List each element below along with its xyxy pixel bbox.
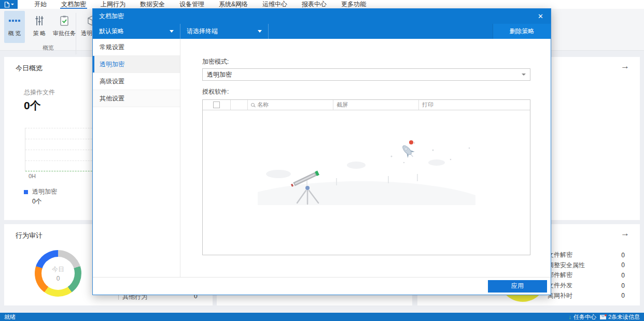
menu-item-data-security[interactable]: 数据安全 <box>133 0 172 9</box>
authorized-software-table: 名称 截屏 打印 <box>202 99 530 255</box>
task-center-label: 任务中心 <box>573 313 596 321</box>
arrow-right-icon[interactable] <box>621 61 629 71</box>
list-item: 邮件解密0 <box>548 270 625 281</box>
dialog-filterbar: 默认策略 请选择终端 删除策略 <box>93 24 551 39</box>
header-name-cell[interactable]: 名称 <box>248 100 333 110</box>
status-ready-text: 就绪 <box>4 313 568 321</box>
red-planet-dot <box>409 140 413 144</box>
menu-bar: 开始 文档加密 上网行为 数据安全 设备管理 系统&网络 运维中心 报表中心 更… <box>0 0 644 9</box>
dialog-content: 加密模式: 透明加密 授权软件: 名称 截屏 打印 <box>180 39 551 277</box>
legend-value: 0个 <box>32 197 42 206</box>
doc-encryption-dialog: 文档加密 ✕ 默认策略 请选择终端 删除策略 常规设置 透明加密 高级设置 其他… <box>92 8 551 295</box>
nav-item-transparent-encryption[interactable]: 透明加密 <box>93 56 180 73</box>
header-print-cell[interactable]: 打印 <box>419 100 530 110</box>
unread-messages-button[interactable]: 2条未读信息 <box>600 313 640 321</box>
dialog-nav: 常规设置 透明加密 高级设置 其他设置 <box>93 39 180 277</box>
menu-item-more[interactable]: 更多功能 <box>334 0 373 9</box>
menu-item-doc-encryption[interactable]: 文档加密 <box>54 0 93 9</box>
nav-item-general-settings[interactable]: 常规设置 <box>93 39 180 56</box>
status-bar: 就绪 任务中心 2条未读信息 <box>0 313 644 321</box>
arrow-right-icon[interactable] <box>621 228 629 239</box>
tool-overview-label: 概 览 <box>8 30 21 37</box>
empty-state-illustration <box>258 133 475 205</box>
list-item: 文件外发0 <box>548 281 625 291</box>
behavior-audit-donut-center: 今日 0 <box>35 250 81 297</box>
list-item: 离网补时0 <box>548 290 625 301</box>
dialog-titlebar: 文档加密 ✕ <box>93 9 551 24</box>
chevron-down-icon <box>11 4 14 5</box>
filterbar-spacer <box>269 24 493 39</box>
chart-x-label: 0H <box>29 173 36 179</box>
unread-messages-label: 2条未读信息 <box>608 313 640 321</box>
terminal-dropdown[interactable]: 请选择终端 <box>180 24 269 39</box>
list-item: 调整安全属性0 <box>548 260 625 271</box>
status-right-group: 任务中心 2条未读信息 <box>568 313 640 321</box>
nav-item-other-settings[interactable]: 其他设置 <box>93 90 180 107</box>
ribbon-group-label: 概览 <box>38 44 59 52</box>
encrypt-mode-value: 透明加密 <box>207 70 232 79</box>
delete-policy-button[interactable]: 删除策略 <box>493 24 551 39</box>
approval-stats-list: 文件解密0 调整安全属性0 邮件解密0 文件外发0 离网补时0 <box>548 250 625 301</box>
encrypt-mode-label: 加密模式: <box>202 57 229 66</box>
menu-item-report-center[interactable]: 报表中心 <box>295 0 334 9</box>
legend-label: 透明加密 <box>32 187 57 196</box>
mail-icon <box>600 315 606 319</box>
dialog-body: 常规设置 透明加密 高级设置 其他设置 加密模式: 透明加密 授权软件: 名称 <box>93 39 551 277</box>
donut-center-label: 今日 <box>52 265 64 274</box>
list-item: 文件解密0 <box>548 250 625 260</box>
table-body-empty <box>203 110 530 255</box>
nav-item-advanced-settings[interactable]: 高级设置 <box>93 73 180 90</box>
tool-overview[interactable]: 概 览 <box>4 11 25 43</box>
policy-dropdown-value: 默认策略 <box>99 27 124 36</box>
chevron-down-icon <box>522 74 526 76</box>
menu-item-web-behavior[interactable]: 上网行为 <box>93 0 133 9</box>
chevron-down-icon <box>258 30 262 33</box>
dialog-bottombar: 应用 <box>93 277 551 295</box>
ribbon-group-divider <box>76 13 76 54</box>
tool-approval-tasks[interactable]: 审批任务 <box>52 11 77 43</box>
panel-behavior-audit-title: 行为审计 <box>16 231 43 240</box>
header-blank-cell <box>231 100 248 110</box>
tool-policy[interactable]: 策 略 <box>29 11 50 43</box>
select-all-checkbox[interactable] <box>213 101 220 108</box>
app-window: 开始 文档加密 上网行为 数据安全 设备管理 系统&网络 运维中心 报表中心 更… <box>0 0 644 321</box>
header-checkbox-cell <box>203 100 231 110</box>
tool-approval-tasks-label: 审批任务 <box>53 30 76 37</box>
total-files-value: 0个 <box>24 98 41 113</box>
menu-item-device-mgmt[interactable]: 设备管理 <box>172 0 212 9</box>
header-screenshot-cell[interactable]: 截屏 <box>333 100 419 110</box>
panel-today-overview-title: 今日概览 <box>16 64 43 73</box>
close-icon[interactable]: ✕ <box>537 12 544 20</box>
grid-icon <box>9 14 20 27</box>
download-arrow-icon <box>568 314 571 320</box>
task-center-button[interactable]: 任务中心 <box>568 313 596 321</box>
authorized-software-label: 授权软件: <box>202 87 229 96</box>
menu-items: 开始 文档加密 上网行为 数据安全 设备管理 系统&网络 运维中心 报表中心 更… <box>27 0 373 9</box>
menu-item-system-network[interactable]: 系统&网络 <box>212 0 255 9</box>
terminal-dropdown-placeholder: 请选择终端 <box>187 27 218 36</box>
total-files-label: 总操作文件 <box>24 88 55 97</box>
tool-policy-label: 策 略 <box>33 30 46 37</box>
donut-center-value: 0 <box>57 275 60 282</box>
dialog-title: 文档加密 <box>99 12 537 21</box>
legend-swatch-transparent-encryption <box>24 190 28 194</box>
menu-item-start[interactable]: 开始 <box>27 0 54 9</box>
table-header: 名称 截屏 打印 <box>203 100 530 110</box>
clipboard-check-icon <box>59 14 70 27</box>
menu-item-ops-center[interactable]: 运维中心 <box>255 0 295 9</box>
chevron-down-icon <box>170 30 174 33</box>
encrypt-mode-select[interactable]: 透明加密 <box>202 68 530 81</box>
rocket-illustration <box>400 143 416 160</box>
app-menu-button[interactable] <box>0 0 18 9</box>
search-icon <box>251 103 255 107</box>
apply-button[interactable]: 应用 <box>488 280 547 293</box>
policy-dropdown[interactable]: 默认策略 <box>93 24 180 39</box>
sliders-icon <box>34 14 45 27</box>
document-icon <box>4 2 10 8</box>
